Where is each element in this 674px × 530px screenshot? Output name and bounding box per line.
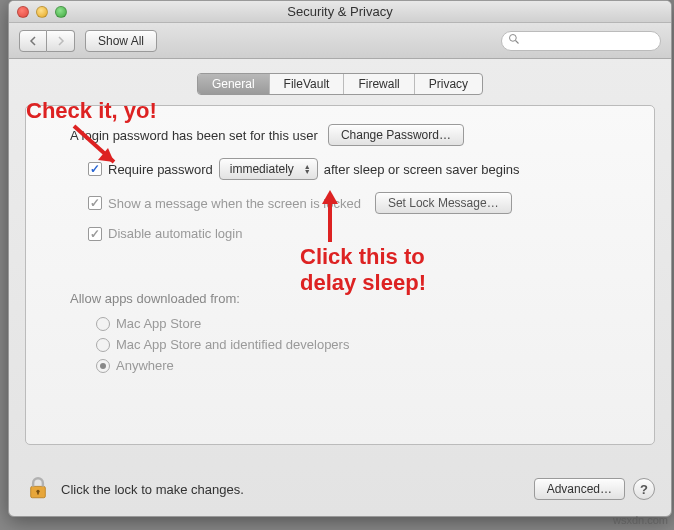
chevron-updown-icon: ▲▼ xyxy=(304,164,311,174)
radio-mas-and-dev xyxy=(96,338,110,352)
svg-point-0 xyxy=(510,35,517,42)
radio-anywhere-label: Anywhere xyxy=(116,358,174,373)
password-set-text: A login password has been set for this u… xyxy=(70,128,318,143)
require-password-label: Require password xyxy=(108,162,213,177)
tab-filevault[interactable]: FileVault xyxy=(270,74,345,94)
set-lock-message-button[interactable]: Set Lock Message… xyxy=(375,192,512,214)
radio-mac-app-store-label: Mac App Store xyxy=(116,316,201,331)
show-all-button[interactable]: Show All xyxy=(85,30,157,52)
svg-line-1 xyxy=(516,41,519,44)
nav-buttons xyxy=(19,30,75,52)
password-delay-value: immediately xyxy=(230,162,294,176)
tab-privacy[interactable]: Privacy xyxy=(415,74,482,94)
password-delay-select[interactable]: immediately ▲▼ xyxy=(219,158,318,180)
search-field[interactable] xyxy=(501,31,661,51)
allow-apps-radio-group: Mac App Store Mac App Store and identifi… xyxy=(96,316,630,373)
prefs-window: Security & Privacy Show All General File… xyxy=(8,0,672,517)
settings-panel: A login password has been set for this u… xyxy=(25,105,655,445)
footer: Click the lock to make changes. Advanced… xyxy=(9,462,671,516)
require-password-checkbox[interactable] xyxy=(88,162,102,176)
back-button[interactable] xyxy=(19,30,47,52)
advanced-button[interactable]: Advanced… xyxy=(534,478,625,500)
toolbar: Show All xyxy=(9,23,671,59)
change-password-button[interactable]: Change Password… xyxy=(328,124,464,146)
radio-mas-and-dev-label: Mac App Store and identified developers xyxy=(116,337,349,352)
disable-auto-login-checkbox xyxy=(88,227,102,241)
window-title: Security & Privacy xyxy=(9,4,671,19)
search-icon xyxy=(508,33,520,48)
radio-anywhere xyxy=(96,359,110,373)
radio-mac-app-store xyxy=(96,317,110,331)
tab-firewall[interactable]: Firewall xyxy=(344,74,414,94)
lock-text: Click the lock to make changes. xyxy=(61,482,244,497)
password-set-row: A login password has been set for this u… xyxy=(70,124,630,146)
tabs-bar: General FileVault Firewall Privacy xyxy=(9,59,671,95)
after-sleep-text: after sleep or screen saver begins xyxy=(324,162,520,177)
disable-auto-login-label: Disable automatic login xyxy=(108,226,242,241)
watermark: wsxdn.com xyxy=(613,514,668,526)
show-message-checkbox xyxy=(88,196,102,210)
lock-icon[interactable] xyxy=(25,475,51,504)
titlebar: Security & Privacy xyxy=(9,1,671,23)
tab-general[interactable]: General xyxy=(198,74,270,94)
search-input[interactable] xyxy=(524,35,654,47)
svg-rect-4 xyxy=(37,491,39,494)
help-button[interactable]: ? xyxy=(633,478,655,500)
forward-button[interactable] xyxy=(47,30,75,52)
allow-apps-label: Allow apps downloaded from: xyxy=(70,291,630,306)
show-message-label: Show a message when the screen is locked xyxy=(108,196,361,211)
